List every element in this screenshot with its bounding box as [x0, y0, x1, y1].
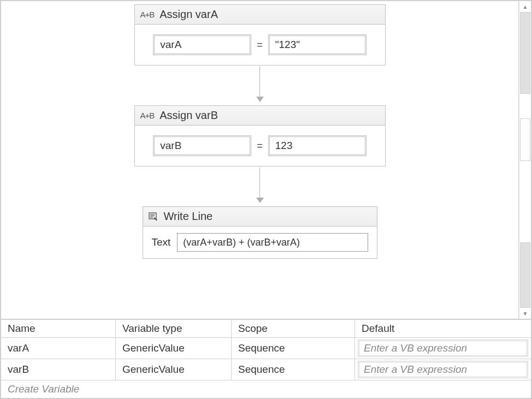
- activity-body: =: [135, 25, 385, 65]
- col-header-type[interactable]: Variable type: [116, 320, 232, 337]
- var-default-cell[interactable]: Enter a VB expression: [355, 359, 531, 380]
- variable-row[interactable]: varB GenericValue Sequence Enter a VB ex…: [1, 359, 531, 380]
- scrollbar-thumb[interactable]: [520, 12, 530, 94]
- create-variable-link[interactable]: Create Variable: [1, 380, 531, 398]
- variables-header-row: Name Variable type Scope Default: [1, 320, 531, 338]
- assign-lhs-input[interactable]: [153, 34, 251, 55]
- vertical-scrollbar[interactable]: ▲ ▼: [519, 1, 531, 319]
- assign-activity-varb[interactable]: A+B Assign varB =: [134, 105, 386, 166]
- equals-sign: =: [256, 140, 264, 152]
- assign-lhs-input[interactable]: [153, 135, 251, 156]
- variables-panel: Name Variable type Scope Default varA Ge…: [1, 319, 531, 398]
- activity-header[interactable]: Write Line: [143, 207, 377, 227]
- default-placeholder: Enter a VB expression: [364, 364, 467, 376]
- var-scope-cell[interactable]: Sequence: [232, 359, 355, 380]
- activity-header[interactable]: A+B Assign varA: [135, 5, 385, 25]
- flow-arrow: [256, 168, 264, 203]
- text-label: Text: [152, 236, 171, 248]
- col-header-default[interactable]: Default: [355, 320, 531, 337]
- variable-row[interactable]: varA GenericValue Sequence Enter a VB ex…: [1, 338, 531, 359]
- writeline-expression-input[interactable]: [177, 233, 368, 252]
- var-name-cell[interactable]: varB: [1, 359, 116, 380]
- activity-title: Assign varA: [159, 8, 218, 21]
- activity-header[interactable]: A+B Assign varB: [135, 106, 385, 126]
- assign-activity-vara[interactable]: A+B Assign varA =: [134, 4, 386, 65]
- activity-body: =: [135, 126, 385, 166]
- assign-rhs-input[interactable]: [268, 135, 367, 156]
- var-name-cell[interactable]: varA: [1, 338, 116, 359]
- writeline-icon: [149, 212, 158, 221]
- assign-rhs-input[interactable]: [268, 34, 367, 55]
- activity-title: Assign varB: [159, 109, 218, 122]
- assign-icon: A+B: [140, 10, 155, 19]
- designer-canvas-area: A+B Assign varA = A+B Assign varB: [1, 1, 531, 319]
- var-default-cell[interactable]: Enter a VB expression: [355, 338, 531, 359]
- assign-icon: A+B: [140, 111, 155, 120]
- writeline-activity[interactable]: Write Line Text: [143, 206, 377, 259]
- scrollbar-track[interactable]: [519, 12, 531, 308]
- var-type-cell[interactable]: GenericValue: [116, 338, 232, 359]
- flow-arrow: [256, 67, 264, 102]
- scrollbar-thumb[interactable]: [520, 242, 530, 308]
- activity-title: Write Line: [164, 210, 213, 223]
- var-type-cell[interactable]: GenericValue: [116, 359, 232, 380]
- col-header-name[interactable]: Name: [1, 320, 116, 337]
- scrollbar-thumb[interactable]: [520, 118, 530, 161]
- var-scope-cell[interactable]: Sequence: [232, 338, 355, 359]
- default-placeholder: Enter a VB expression: [364, 342, 467, 354]
- scroll-down-arrow-icon[interactable]: ▼: [519, 308, 531, 319]
- col-header-scope[interactable]: Scope: [232, 320, 355, 337]
- workflow-designer-frame: A+B Assign varA = A+B Assign varB: [0, 0, 532, 399]
- equals-sign: =: [256, 39, 264, 51]
- activity-body: Text: [143, 227, 377, 258]
- scroll-up-arrow-icon[interactable]: ▲: [519, 1, 531, 12]
- designer-canvas[interactable]: A+B Assign varA = A+B Assign varB: [1, 1, 519, 319]
